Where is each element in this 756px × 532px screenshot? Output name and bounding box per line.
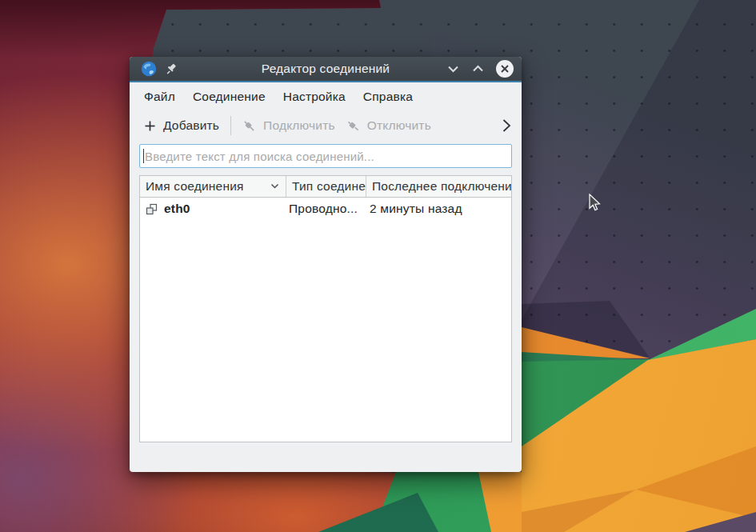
toolbar-separator	[230, 116, 231, 135]
add-connection-button[interactable]: Добавить	[144, 118, 219, 133]
menu-file[interactable]: Файл	[144, 90, 175, 104]
toolbar: Добавить Подключить	[130, 111, 522, 140]
search-input[interactable]	[139, 144, 512, 168]
menu-help[interactable]: Справка	[363, 90, 413, 104]
column-header-type[interactable]: Тип соединения	[286, 176, 366, 197]
chevron-right-icon	[502, 118, 511, 133]
table-header: Имя соединения Тип соединения Последнее …	[140, 176, 511, 198]
close-button[interactable]	[496, 60, 514, 78]
connection-last-connected: 2 минуты назад	[366, 202, 511, 216]
connection-name: eth0	[164, 202, 190, 216]
sort-chevron-down-icon	[270, 183, 279, 189]
mouse-cursor	[587, 194, 603, 213]
toolbar-overflow-button[interactable]	[502, 118, 511, 133]
titlebar[interactable]: Редактор соединений	[130, 57, 522, 81]
minimize-button[interactable]	[446, 62, 459, 75]
menu-connection[interactable]: Соединение	[193, 90, 266, 104]
connect-button[interactable]: Подключить	[242, 118, 335, 133]
column-header-name[interactable]: Имя соединения	[140, 176, 286, 197]
text-caret	[143, 149, 144, 163]
maximize-button[interactable]	[471, 62, 484, 75]
connection-editor-window: Редактор соединений Файл Соединени	[130, 57, 522, 472]
menu-settings[interactable]: Настройка	[283, 90, 346, 104]
plug-icon	[242, 119, 256, 133]
plug-off-icon	[346, 119, 360, 133]
network-connection-icon	[146, 203, 158, 215]
plus-icon	[144, 120, 156, 132]
connection-type: Проводно...	[286, 202, 366, 216]
menu-bar: Файл Соединение Настройка Справка	[130, 82, 522, 111]
table-row[interactable]: eth0 Проводно... 2 минуты назад	[140, 198, 511, 220]
disconnect-button[interactable]: Отключить	[346, 118, 431, 133]
desktop: Редактор соединений Файл Соединени	[0, 0, 756, 532]
column-header-last-connected[interactable]: Последнее подключение	[366, 176, 511, 197]
connections-table: Имя соединения Тип соединения Последнее …	[139, 175, 512, 442]
